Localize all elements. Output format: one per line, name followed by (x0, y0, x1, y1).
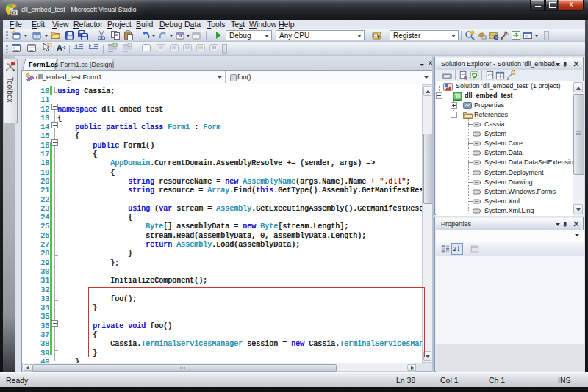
svg-text:<>: <> (487, 73, 493, 78)
svg-text:A: A (57, 43, 62, 52)
svg-text:2: 2 (453, 245, 456, 253)
svg-text:C: C (455, 94, 459, 99)
